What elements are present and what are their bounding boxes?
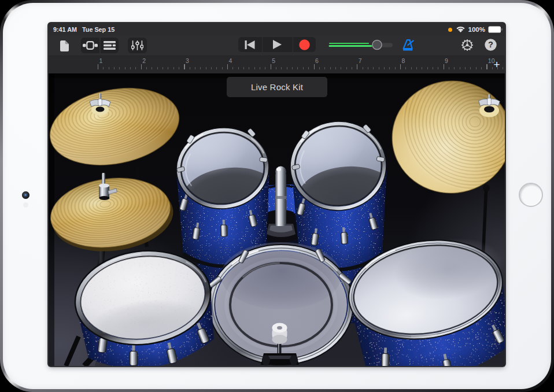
ruler-bar-number: 3 [186,57,189,64]
front-camera [22,191,29,199]
play-icon [273,40,282,49]
ruler-bar-number: 5 [272,57,275,64]
record-dot-icon [299,39,310,50]
drum-stage: Live Rock Kit [49,73,505,366]
ruler-tick-minor [109,67,109,70]
volume-slider[interactable] [328,37,394,53]
ruler-tick-minor [195,67,195,70]
tracks-view-icon [104,41,116,50]
gear-icon [461,39,474,51]
metronome-button[interactable] [401,37,417,53]
status-time: 9:41 AM [53,26,77,33]
ruler-tick-minor [200,67,201,70]
view-toggle-group [81,38,119,53]
ruler-tick-minor [346,67,347,70]
kit-name-button[interactable]: Live Rock Kit [227,77,327,97]
ruler-tick-minor [249,67,249,70]
ipad-device: 9:41 AM Tue Sep 15 100% [0,0,554,392]
ruler-tick-minor [389,67,390,70]
ruler-tick-minor [297,67,298,70]
transport-controls [238,37,316,52]
play-button[interactable] [263,37,292,52]
ruler-tick-minor [476,67,477,70]
ruler-tick-major [444,64,444,69]
ruler-tick-minor [206,67,206,70]
ruler-tick-minor [287,67,287,70]
volume-slider-graphic [328,37,394,53]
record-button[interactable] [293,37,316,52]
ruler-bar-number: 4 [229,57,232,64]
ruler-tick-minor [222,67,223,70]
ruler-tick-major [227,64,228,69]
settings-button[interactable] [460,38,474,52]
help-button[interactable]: ? [484,38,497,51]
ruler-tick-minor [265,67,265,70]
status-date: Tue Sep 15 [82,26,115,33]
ruler-tick-minor [373,67,374,70]
home-button[interactable] [519,183,543,207]
ruler-tick-minor [103,67,104,70]
ruler-tick-major [486,64,487,69]
my-songs-button[interactable] [57,38,72,54]
ruler-tick-minor [135,67,136,70]
ruler-tick-minor [238,67,239,70]
ruler[interactable]: 12345678910 + [49,56,505,73]
ruler-tick-minor [384,67,385,70]
mixer-button[interactable] [128,38,147,53]
ruler-tick-minor [352,67,352,70]
ruler-tick-major [357,64,357,69]
metronome-icon [402,39,416,51]
ruler-tick-minor [173,67,174,70]
instrument-view-button[interactable] [81,38,99,53]
ruler-tick-minor [260,67,260,70]
light-sensor [23,202,28,208]
wifi-icon [456,26,466,33]
ruler-tick-minor [190,67,190,70]
ruler-tick-minor [368,67,368,70]
ruler-tick-major [400,64,401,69]
ruler-tick-minor [152,67,152,70]
ruler-tick-minor [481,67,482,70]
question-mark-icon: ? [485,39,497,51]
help-glyph: ? [488,40,493,49]
ruler-tick-minor [438,67,438,70]
ruler-tick-minor [130,67,131,70]
ruler-tick-major [314,64,315,69]
ruler-tick-minor [162,67,163,70]
camera-lens [24,194,27,197]
ruler-tick-minor [422,67,422,70]
mic-indicator-dot [448,28,452,32]
ruler-tick-minor [454,67,455,70]
ruler-bar-number: 7 [359,57,362,64]
add-bars-button[interactable]: + [491,58,503,72]
ruler-bar-number: 2 [142,57,146,64]
ruler-tick-minor [319,67,320,70]
ruler-tick-minor [470,67,471,70]
ruler-tick-minor [379,67,379,70]
ruler-tick-minor [427,67,428,70]
ruler-tick-minor [308,67,309,70]
document-icon [60,40,69,51]
rewind-button[interactable] [238,37,261,52]
ruler-tick-minor [416,67,417,70]
battery-percent: 100% [468,26,485,33]
ruler-tick-minor [411,67,412,70]
status-bar: 9:41 AM Tue Sep 15 100% [49,23,505,36]
ruler-tick-minor [157,67,158,70]
tracks-view-button[interactable] [100,38,119,53]
ruler-tick-minor [232,67,233,70]
ruler-tick-minor [216,67,217,70]
ruler-tick-minor [179,67,179,70]
ruler-tick-minor [254,67,255,70]
app-screen: 9:41 AM Tue Sep 15 100% [49,23,505,366]
ruler-tick-minor [114,67,115,70]
ruler-tick-minor [465,67,466,70]
ruler-tick-minor [303,67,304,70]
level-sliders-icon [131,40,143,50]
ruler-tick-minor [433,67,433,70]
ruler-tick-minor [146,67,147,70]
kick-drum[interactable] [208,242,353,365]
ruler-tick-minor [395,67,396,70]
ruler-tick-minor [460,67,460,70]
ruler-tick-minor [211,67,212,70]
